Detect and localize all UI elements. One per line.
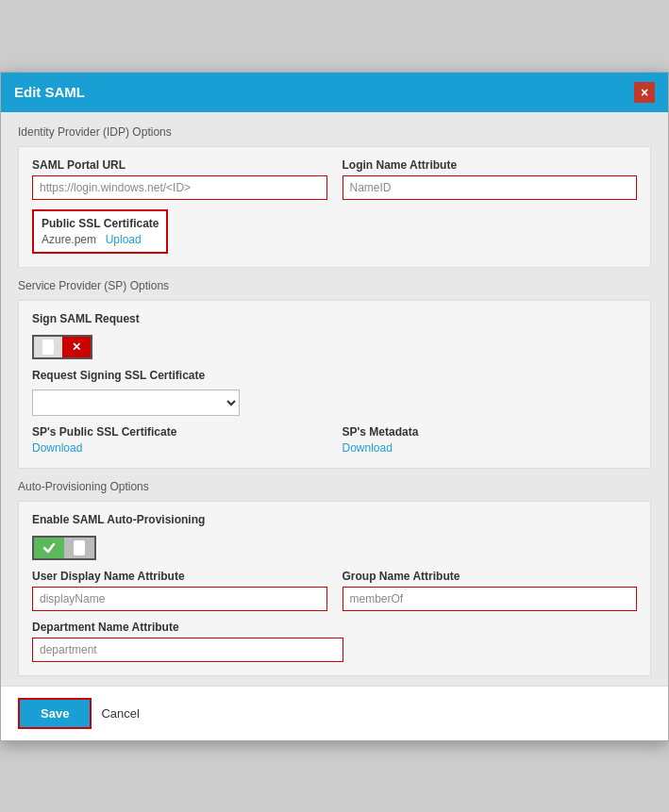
group-name-col: Group Name Attribute	[343, 570, 638, 611]
sp-public-ssl-label: SP's Public SSL Certificate	[32, 425, 327, 439]
sp-metadata-label: SP's Metadata	[343, 425, 638, 439]
sign-saml-toggle-knob	[42, 340, 54, 355]
sign-saml-toggle-off-part[interactable]	[34, 337, 62, 357]
dialog-footer: Save Cancel	[1, 686, 668, 740]
group-name-attr-input[interactable]	[343, 587, 638, 611]
dept-name-label: Department Name Attribute	[32, 621, 343, 634]
idp-top-row: SAML Portal URL Login Name Attribute	[32, 158, 637, 200]
request-signing-ssl-select[interactable]	[32, 389, 240, 416]
save-button[interactable]: Save	[18, 698, 92, 729]
dialog-header: Edit SAML ×	[1, 73, 668, 112]
user-display-name-input[interactable]	[32, 587, 327, 611]
sp-section-title: Service Provider (SP) Options	[18, 279, 651, 292]
sign-saml-label: Sign SAML Request	[32, 312, 637, 325]
idp-section-box: SAML Portal URL Login Name Attribute Pub…	[18, 146, 651, 268]
sign-saml-row: Sign SAML Request ✕	[32, 312, 637, 359]
login-name-attr-label: Login Name Attribute	[343, 158, 638, 172]
cert-file-name: Azure.pem	[42, 233, 96, 246]
auto-prov-toggle[interactable]	[32, 536, 96, 560]
public-ssl-cert-box: Public SSL Certificate Azure.pem Upload	[32, 209, 168, 254]
login-name-attr-input[interactable]	[343, 175, 638, 200]
cert-upload-link[interactable]: Upload	[106, 233, 142, 246]
idp-section-title: Identity Provider (IDP) Options	[18, 125, 651, 139]
sp-public-ssl-download-link[interactable]: Download	[32, 441, 82, 455]
user-display-name-label: User Display Name Attribute	[32, 570, 327, 583]
auto-prov-toggle-off[interactable]	[64, 538, 94, 558]
request-signing-ssl-row: Request Signing SSL Certificate	[32, 369, 637, 416]
user-display-name-col: User Display Name Attribute	[32, 570, 327, 611]
close-button[interactable]: ×	[634, 82, 655, 103]
sp-metadata-download-link[interactable]: Download	[343, 441, 393, 455]
dept-name-row: Department Name Attribute	[32, 621, 343, 662]
saml-portal-url-label: SAML Portal URL	[32, 158, 327, 172]
attr-top-row: User Display Name Attribute Group Name A…	[32, 570, 637, 611]
public-ssl-cert-label: Public SSL Certificate	[42, 217, 159, 230]
saml-portal-col: SAML Portal URL	[32, 158, 327, 200]
auto-prov-section-title: Auto-Provisioning Options	[18, 480, 651, 493]
login-name-col: Login Name Attribute	[343, 158, 638, 200]
dialog-body: Identity Provider (IDP) Options SAML Por…	[1, 112, 668, 686]
auto-prov-toggle-on[interactable]	[34, 538, 64, 558]
enable-auto-prov-label: Enable SAML Auto-Provisioning	[32, 513, 637, 526]
sp-section-box: Sign SAML Request ✕ Request Signing SSL …	[18, 300, 651, 469]
enable-auto-prov-row: Enable SAML Auto-Provisioning	[32, 513, 637, 560]
sign-saml-toggle[interactable]: ✕	[32, 335, 92, 359]
group-name-attr-label: Group Name Attribute	[343, 570, 638, 583]
edit-saml-dialog: Edit SAML × Identity Provider (IDP) Opti…	[0, 72, 669, 741]
auto-prov-toggle-knob	[74, 540, 85, 555]
saml-portal-url-input[interactable]	[32, 175, 327, 200]
checkmark-icon	[42, 541, 56, 555]
request-signing-ssl-label: Request Signing SSL Certificate	[32, 369, 637, 382]
cancel-button[interactable]: Cancel	[101, 706, 139, 721]
sign-saml-toggle-x[interactable]: ✕	[62, 337, 91, 357]
sp-download-row: SP's Public SSL Certificate Download SP'…	[32, 425, 637, 455]
auto-prov-section-box: Enable SAML Auto-Provisioning User Displ…	[18, 501, 651, 676]
sp-metadata-col: SP's Metadata Download	[343, 425, 638, 455]
dept-name-input[interactable]	[32, 638, 343, 662]
dialog-title: Edit SAML	[14, 84, 85, 100]
sp-public-ssl-col: SP's Public SSL Certificate Download	[32, 425, 327, 455]
